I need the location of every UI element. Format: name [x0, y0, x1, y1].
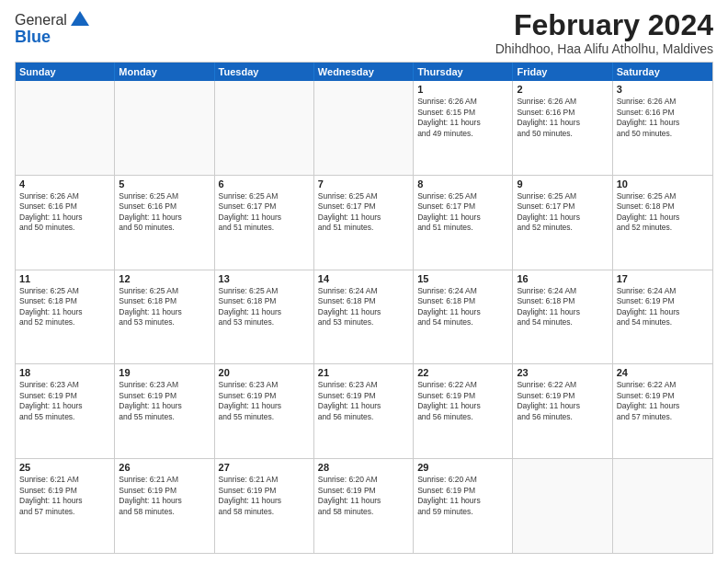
- day-info: Sunrise: 6:25 AM Sunset: 6:18 PM Dayligh…: [617, 191, 709, 234]
- calendar-cell: [314, 81, 414, 175]
- calendar-cell: [215, 81, 314, 175]
- calendar-cell: 13Sunrise: 6:25 AM Sunset: 6:18 PM Dayli…: [215, 270, 314, 364]
- calendar-cell: 1Sunrise: 6:26 AM Sunset: 6:15 PM Daylig…: [414, 81, 513, 175]
- calendar-cell: 8Sunrise: 6:25 AM Sunset: 6:17 PM Daylig…: [414, 176, 513, 270]
- calendar-cell: 23Sunrise: 6:22 AM Sunset: 6:19 PM Dayli…: [513, 364, 612, 458]
- day-number: 17: [617, 273, 709, 284]
- day-number: 15: [417, 273, 508, 284]
- header-day-sunday: Sunday: [16, 63, 115, 81]
- day-number: 18: [19, 367, 110, 378]
- day-number: 20: [219, 367, 310, 378]
- day-info: Sunrise: 6:26 AM Sunset: 6:16 PM Dayligh…: [19, 191, 110, 234]
- day-info: Sunrise: 6:25 AM Sunset: 6:16 PM Dayligh…: [119, 191, 210, 234]
- calendar-week-4: 18Sunrise: 6:23 AM Sunset: 6:19 PM Dayli…: [16, 363, 712, 458]
- day-info: Sunrise: 6:23 AM Sunset: 6:19 PM Dayligh…: [19, 380, 110, 422]
- day-number: 25: [19, 462, 110, 473]
- calendar-cell: 12Sunrise: 6:25 AM Sunset: 6:18 PM Dayli…: [115, 270, 214, 364]
- month-title: February 2024: [495, 9, 713, 41]
- logo-general-text: General: [15, 12, 67, 29]
- day-number: 23: [517, 367, 608, 378]
- header-day-saturday: Saturday: [613, 63, 712, 81]
- calendar-cell: 19Sunrise: 6:23 AM Sunset: 6:19 PM Dayli…: [115, 364, 214, 458]
- day-info: Sunrise: 6:21 AM Sunset: 6:19 PM Dayligh…: [219, 475, 310, 517]
- day-info: Sunrise: 6:22 AM Sunset: 6:19 PM Dayligh…: [417, 380, 508, 422]
- day-info: Sunrise: 6:20 AM Sunset: 6:19 PM Dayligh…: [417, 475, 508, 517]
- day-number: 16: [517, 273, 608, 284]
- day-number: 26: [119, 462, 210, 473]
- day-number: 29: [417, 462, 508, 473]
- day-info: Sunrise: 6:24 AM Sunset: 6:18 PM Dayligh…: [517, 286, 608, 328]
- header-day-thursday: Thursday: [414, 63, 513, 81]
- day-info: Sunrise: 6:25 AM Sunset: 6:17 PM Dayligh…: [517, 191, 608, 234]
- calendar-cell: 25Sunrise: 6:21 AM Sunset: 6:19 PM Dayli…: [16, 459, 115, 553]
- calendar-header: SundayMondayTuesdayWednesdayThursdayFrid…: [16, 63, 712, 81]
- day-info: Sunrise: 6:23 AM Sunset: 6:19 PM Dayligh…: [119, 380, 210, 422]
- calendar-cell: 2Sunrise: 6:26 AM Sunset: 6:16 PM Daylig…: [513, 81, 612, 175]
- calendar-cell: [16, 81, 115, 175]
- calendar-cell: 28Sunrise: 6:20 AM Sunset: 6:19 PM Dayli…: [314, 459, 414, 553]
- calendar-cell: 16Sunrise: 6:24 AM Sunset: 6:18 PM Dayli…: [513, 270, 612, 364]
- calendar: SundayMondayTuesdayWednesdayThursdayFrid…: [15, 62, 713, 554]
- day-info: Sunrise: 6:25 AM Sunset: 6:17 PM Dayligh…: [417, 191, 508, 234]
- calendar-cell: 21Sunrise: 6:23 AM Sunset: 6:19 PM Dayli…: [314, 364, 414, 458]
- calendar-cell: 9Sunrise: 6:25 AM Sunset: 6:17 PM Daylig…: [513, 176, 612, 270]
- header-day-monday: Monday: [115, 63, 214, 81]
- day-info: Sunrise: 6:20 AM Sunset: 6:19 PM Dayligh…: [318, 475, 409, 517]
- header-day-tuesday: Tuesday: [215, 63, 314, 81]
- day-number: 21: [318, 367, 409, 378]
- day-info: Sunrise: 6:26 AM Sunset: 6:15 PM Dayligh…: [417, 97, 508, 139]
- day-number: 28: [318, 462, 409, 473]
- day-number: 13: [219, 273, 310, 284]
- day-info: Sunrise: 6:21 AM Sunset: 6:19 PM Dayligh…: [19, 475, 110, 517]
- page: General Blue February 2024 Dhihdhoo, Haa…: [0, 0, 728, 563]
- header: General Blue February 2024 Dhihdhoo, Haa…: [15, 9, 713, 56]
- calendar-week-3: 11Sunrise: 6:25 AM Sunset: 6:18 PM Dayli…: [16, 270, 712, 364]
- calendar-cell: 4Sunrise: 6:26 AM Sunset: 6:16 PM Daylig…: [16, 176, 115, 270]
- calendar-cell: 11Sunrise: 6:25 AM Sunset: 6:18 PM Dayli…: [16, 270, 115, 364]
- title-block: February 2024 Dhihdhoo, Haa Alifu Atholh…: [495, 9, 713, 56]
- day-info: Sunrise: 6:22 AM Sunset: 6:19 PM Dayligh…: [517, 380, 608, 422]
- day-info: Sunrise: 6:25 AM Sunset: 6:18 PM Dayligh…: [19, 286, 110, 328]
- calendar-cell: 29Sunrise: 6:20 AM Sunset: 6:19 PM Dayli…: [414, 459, 513, 553]
- day-number: 14: [318, 273, 409, 284]
- calendar-cell: 10Sunrise: 6:25 AM Sunset: 6:18 PM Dayli…: [613, 176, 712, 270]
- day-number: 10: [617, 178, 709, 190]
- calendar-cell: 3Sunrise: 6:26 AM Sunset: 6:16 PM Daylig…: [613, 81, 712, 175]
- calendar-cell: 7Sunrise: 6:25 AM Sunset: 6:17 PM Daylig…: [314, 176, 414, 270]
- day-number: 6: [219, 178, 310, 190]
- header-day-wednesday: Wednesday: [314, 63, 414, 81]
- logo-icon: [69, 9, 91, 31]
- day-number: 9: [517, 178, 608, 190]
- calendar-cell: [115, 81, 214, 175]
- day-info: Sunrise: 6:25 AM Sunset: 6:17 PM Dayligh…: [318, 191, 409, 234]
- calendar-cell: 5Sunrise: 6:25 AM Sunset: 6:16 PM Daylig…: [115, 176, 214, 270]
- day-number: 19: [119, 367, 210, 378]
- day-number: 24: [617, 367, 709, 378]
- day-info: Sunrise: 6:25 AM Sunset: 6:18 PM Dayligh…: [219, 286, 310, 328]
- day-number: 8: [417, 178, 508, 190]
- day-info: Sunrise: 6:21 AM Sunset: 6:19 PM Dayligh…: [119, 475, 210, 517]
- day-info: Sunrise: 6:22 AM Sunset: 6:19 PM Dayligh…: [617, 380, 709, 422]
- calendar-cell: 17Sunrise: 6:24 AM Sunset: 6:19 PM Dayli…: [613, 270, 712, 364]
- day-info: Sunrise: 6:24 AM Sunset: 6:19 PM Dayligh…: [617, 286, 709, 328]
- day-info: Sunrise: 6:24 AM Sunset: 6:18 PM Dayligh…: [417, 286, 508, 328]
- day-number: 11: [19, 273, 110, 284]
- calendar-week-1: 1Sunrise: 6:26 AM Sunset: 6:15 PM Daylig…: [16, 81, 712, 175]
- day-info: Sunrise: 6:23 AM Sunset: 6:19 PM Dayligh…: [318, 380, 409, 422]
- day-number: 2: [517, 84, 608, 95]
- calendar-cell: 24Sunrise: 6:22 AM Sunset: 6:19 PM Dayli…: [613, 364, 712, 458]
- subtitle: Dhihdhoo, Haa Alifu Atholhu, Maldives: [495, 41, 713, 56]
- calendar-cell: [613, 459, 712, 553]
- day-info: Sunrise: 6:23 AM Sunset: 6:19 PM Dayligh…: [219, 380, 310, 422]
- logo: General Blue: [15, 9, 91, 47]
- calendar-cell: [513, 459, 612, 553]
- day-number: 5: [119, 178, 210, 190]
- header-day-friday: Friday: [513, 63, 612, 81]
- day-number: 3: [617, 84, 709, 95]
- day-info: Sunrise: 6:25 AM Sunset: 6:17 PM Dayligh…: [219, 191, 310, 234]
- calendar-cell: 26Sunrise: 6:21 AM Sunset: 6:19 PM Dayli…: [115, 459, 214, 553]
- calendar-cell: 6Sunrise: 6:25 AM Sunset: 6:17 PM Daylig…: [215, 176, 314, 270]
- day-info: Sunrise: 6:26 AM Sunset: 6:16 PM Dayligh…: [617, 97, 709, 139]
- day-number: 1: [417, 84, 508, 95]
- calendar-week-5: 25Sunrise: 6:21 AM Sunset: 6:19 PM Dayli…: [16, 458, 712, 553]
